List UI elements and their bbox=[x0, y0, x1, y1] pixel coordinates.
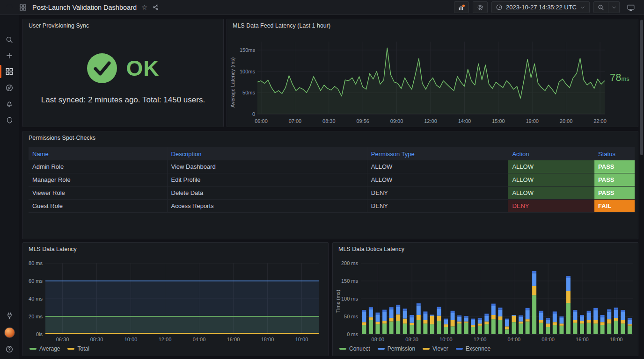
cell-name: Viewer Role bbox=[29, 187, 167, 199]
scrollbar-thumb[interactable] bbox=[640, 20, 643, 155]
bars-y-tick: 0 ms bbox=[337, 331, 358, 337]
legend-label: Total bbox=[77, 345, 89, 352]
flat-x-tick: 08:30 bbox=[86, 337, 108, 342]
bars-y-tick: 200 ms bbox=[337, 260, 358, 266]
zoom-out-button[interactable] bbox=[593, 1, 608, 13]
feed-x-tick: 12:00 bbox=[419, 118, 442, 124]
table-header-cell[interactable]: Permisson Type bbox=[367, 147, 508, 160]
dashboard-settings-button[interactable] bbox=[473, 1, 488, 13]
flat-chart-area: AverageTotal 80 ms60 ms40 ms20 ms0is06:3… bbox=[23, 243, 328, 356]
cell-permission-type: DENY bbox=[367, 200, 508, 212]
legend-color-swatch bbox=[339, 348, 346, 350]
plus-icon bbox=[5, 51, 14, 60]
flat-x-tick: 12:00 bbox=[154, 337, 176, 342]
dashboards-grid-icon bbox=[5, 67, 14, 76]
table-row: Viewer RoleDelete DataDENYALLOWPASS bbox=[29, 187, 635, 200]
star-icon[interactable]: ☆ bbox=[141, 3, 147, 12]
panel-title[interactable]: User Provisioning Sync bbox=[23, 19, 223, 31]
clock-icon bbox=[496, 4, 503, 11]
cell-description: Access Reports bbox=[167, 200, 367, 212]
panel-title[interactable]: Permissions Spot-Checks bbox=[23, 131, 638, 144]
permissions-table: NameDescriptionPermisson TypeActionStatu… bbox=[29, 147, 635, 213]
feed-x-tick: 07:00 bbox=[284, 118, 306, 124]
sidebar-item-security[interactable] bbox=[0, 113, 19, 128]
cell-status: PASS bbox=[594, 160, 635, 173]
legend-label: Average bbox=[39, 345, 60, 352]
sync-detail-text: Last synced: 2 minutes ago. Total: 1450 … bbox=[41, 95, 205, 105]
feed-y-tick: 0 bbox=[228, 111, 255, 117]
bars-y-tick: 150 ms bbox=[337, 278, 358, 284]
time-range-button[interactable]: 2023-10-27 14:35:22 UTC bbox=[491, 1, 590, 13]
bars-x-tick: 10:00 bbox=[435, 337, 457, 342]
cell-permission-type: ALLOW bbox=[367, 160, 508, 173]
table-header-cell[interactable]: Action bbox=[508, 147, 594, 160]
panel-feed-latency: MLS Data Feed Latency (Last 1 hour) Aver… bbox=[227, 19, 638, 127]
sidebar-item-create[interactable] bbox=[0, 48, 19, 63]
shield-icon bbox=[6, 116, 14, 124]
feed-y-axis-label: Average Latency (ms) bbox=[230, 47, 235, 117]
flat-x-tick: 10:00 bbox=[291, 337, 313, 342]
table-row: Admin RoleView DashboardALLOWALLOWPASS bbox=[29, 160, 635, 173]
legend-item-average[interactable]: Average bbox=[29, 345, 60, 352]
grafana-logo-icon[interactable] bbox=[4, 2, 15, 13]
legend-color-swatch bbox=[378, 348, 385, 350]
cell-action: DENY bbox=[508, 200, 594, 212]
flat-y-tick: 20 ms bbox=[23, 314, 43, 319]
flat-chart-plot bbox=[45, 263, 319, 334]
bars-x-tick: 18:00 bbox=[605, 337, 628, 342]
cell-status: FAIL bbox=[594, 200, 635, 212]
help-icon bbox=[5, 345, 14, 353]
legend-item-total[interactable]: Total bbox=[67, 345, 89, 352]
top-bar: Post-Launch Validation Dashboard ☆ 2023-… bbox=[0, 0, 644, 15]
sidebar-item-help[interactable] bbox=[0, 342, 19, 357]
sidebar-item-search[interactable] bbox=[0, 32, 19, 47]
bars-x-tick: 04:00 bbox=[503, 337, 525, 342]
legend-label: Viever bbox=[432, 345, 448, 352]
sidebar-item-dashboards[interactable] bbox=[0, 64, 19, 79]
table-header-cell[interactable]: Description bbox=[167, 147, 367, 160]
sidebar-item-explore[interactable] bbox=[0, 80, 19, 95]
legend-item-permission[interactable]: Permission bbox=[378, 345, 415, 352]
feed-x-tick: 14:00 bbox=[453, 118, 476, 124]
feed-current-value: 78ms bbox=[610, 72, 629, 84]
feed-chart-area: Average Latency (ms) 78ms 050ms100ms150m… bbox=[227, 19, 638, 127]
bars-chart-legend: ConuectPermissionVieverExsennee bbox=[339, 345, 490, 352]
dashboard-grid-icon[interactable] bbox=[19, 4, 27, 11]
bell-icon bbox=[5, 100, 14, 108]
legend-item-viever[interactable]: Viever bbox=[423, 345, 448, 352]
metrics-panel-button[interactable] bbox=[454, 1, 469, 13]
legend-label: Exsennee bbox=[466, 345, 490, 352]
legend-color-swatch bbox=[456, 348, 463, 350]
feed-y-tick: 100ms bbox=[228, 69, 255, 74]
bars-y-tick: 50 ms bbox=[337, 314, 358, 319]
tv-mode-button[interactable] bbox=[623, 1, 638, 13]
panel-permissions-table: Permissions Spot-Checks NameDescriptionP… bbox=[22, 131, 638, 239]
sidebar-item-connections[interactable] bbox=[0, 308, 19, 323]
feed-x-tick: 09:00 bbox=[386, 118, 408, 124]
flat-y-tick: 80 ms bbox=[23, 260, 43, 266]
monitor-icon bbox=[627, 3, 635, 12]
feed-x-tick: 09:56 bbox=[351, 118, 374, 124]
sidebar-item-alerting[interactable] bbox=[0, 96, 19, 111]
feed-y-tick: 50ms bbox=[228, 90, 255, 95]
panel-mls-data-dotics-latency: Time (ms) ConuectPermissionVieverExsenne… bbox=[332, 242, 638, 356]
table-header-cell[interactable]: Name bbox=[29, 147, 167, 160]
share-icon[interactable] bbox=[152, 4, 159, 11]
cell-action: ALLOW bbox=[508, 173, 594, 186]
table-header-cell[interactable]: Status bbox=[594, 147, 635, 160]
left-sidebar bbox=[0, 15, 19, 359]
sidebar-item-profile[interactable] bbox=[0, 325, 19, 340]
page-scrollbar bbox=[639, 15, 644, 359]
cell-permission-type: ALLOW bbox=[367, 173, 508, 186]
bar-chart-icon bbox=[457, 4, 466, 11]
flat-x-tick: 16:00 bbox=[222, 337, 245, 342]
status-ok-text: OK bbox=[126, 56, 160, 81]
chevron-down-icon bbox=[611, 5, 617, 10]
table-row: Manager RoleEdit ProfileALLOWALLOWPASS bbox=[29, 173, 635, 187]
legend-item-conuect[interactable]: Conuect bbox=[339, 345, 370, 352]
bars-x-tick: 12:00 bbox=[469, 337, 491, 342]
panel-title[interactable]: MLS Data Dotics Latency bbox=[333, 243, 638, 255]
page-title: Post-Launch Validation Dashboard bbox=[32, 4, 137, 11]
time-options-button[interactable] bbox=[608, 1, 620, 13]
legend-item-exsennee[interactable]: Exsennee bbox=[456, 345, 490, 352]
